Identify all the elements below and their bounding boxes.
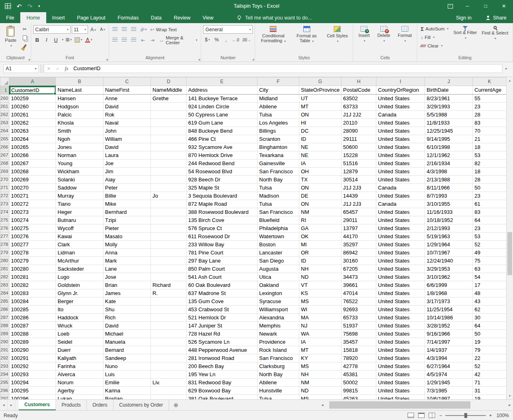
cell-F268[interactable]: Gainesville <box>258 159 299 167</box>
font-dialog-launcher[interactable]: ◢ <box>106 58 108 60</box>
cell-H282[interactable]: 34473 <box>341 273 376 281</box>
cell-C260[interactable]: Anne <box>103 94 151 102</box>
cell-F1[interactable]: City <box>258 86 299 95</box>
enter-button[interactable]: ✓ <box>53 64 62 73</box>
cell-I271[interactable]: Canada <box>376 183 425 192</box>
increase-indent-button[interactable]: ⇥ <box>148 36 157 44</box>
cell-C283[interactable]: Brian <box>103 281 151 289</box>
cell-D279[interactable] <box>151 248 187 256</box>
cell-H285[interactable]: 76522 <box>341 297 376 305</box>
cell-D275[interactable] <box>151 216 187 224</box>
cell-A278[interactable]: 100277 <box>9 240 56 248</box>
cell-C294[interactable]: Luis <box>103 370 151 378</box>
cell-G285[interactable]: MS <box>299 297 341 305</box>
cell-E294[interactable]: 195 Yew Ln <box>187 370 258 378</box>
cell-G260[interactable]: UT <box>299 94 341 102</box>
sheet-tab-products[interactable]: Products <box>56 400 87 410</box>
row-header-267[interactable]: 267 <box>0 151 9 159</box>
cell-E260[interactable]: 141 Buckeye Terrace <box>187 94 258 102</box>
row-header-290[interactable]: 290 <box>0 338 9 346</box>
cell-J260[interactable]: 8/23/1961 <box>425 94 473 102</box>
cell-H292[interactable]: 78920 <box>341 354 376 362</box>
cell-K262[interactable]: 28 <box>473 110 507 118</box>
cell-C268[interactable]: Joe <box>103 159 151 167</box>
cell-D264[interactable] <box>151 127 187 135</box>
cell-G284[interactable]: KS <box>299 289 341 297</box>
cell-D292[interactable] <box>151 354 187 362</box>
cell-E270[interactable]: 928 Beech Dr <box>187 175 258 183</box>
cell-C290[interactable]: Manuela <box>103 338 151 346</box>
row-header-284[interactable]: 284 <box>0 289 9 297</box>
cell-G270[interactable]: TX <box>299 175 341 183</box>
align-middle-button[interactable] <box>120 26 129 34</box>
cell-K265[interactable]: 21 <box>473 135 507 143</box>
cell-D269[interactable] <box>151 167 187 175</box>
cell-A276[interactable]: 100275 <box>9 224 56 232</box>
minimize-button[interactable]: ─ <box>458 0 477 12</box>
cell-I262[interactable]: Canada <box>376 110 425 118</box>
cell-G296[interactable]: ND <box>299 386 341 394</box>
cell-I288[interactable]: United States <box>376 321 425 330</box>
cell-B1[interactable]: NameLast <box>56 86 103 95</box>
cell-B278[interactable]: Clark <box>56 240 103 248</box>
cell-A265[interactable]: 100264 <box>9 135 56 143</box>
cell-B264[interactable]: Smith <box>56 127 103 135</box>
cell-C296[interactable]: Karina <box>103 386 151 394</box>
cell-C271[interactable]: Peter <box>103 183 151 192</box>
decrease-font-size-button[interactable]: A▾ <box>99 26 107 34</box>
cell-E280[interactable]: 297 Bay Lane <box>187 256 258 265</box>
cell-A1[interactable]: CustomerID <box>9 86 56 95</box>
cell-A269[interactable]: 100268 <box>9 167 56 175</box>
cell-J1[interactable]: BirthDate <box>425 86 473 95</box>
cell-A272[interactable]: 100271 <box>9 192 56 200</box>
cell-B293[interactable]: Farinha <box>56 362 103 370</box>
cell-J270[interactable]: 2/13/1988 <box>425 175 473 183</box>
cell-A288[interactable]: 100287 <box>9 321 56 330</box>
cell-C275[interactable]: Tzipi <box>103 216 151 224</box>
cell-A296[interactable]: 100295 <box>9 386 56 394</box>
cell-I289[interactable]: United States <box>376 330 425 338</box>
cell-G267[interactable]: NE <box>299 151 341 159</box>
align-center-button[interactable] <box>120 36 129 44</box>
underline-button[interactable]: U <box>52 36 60 44</box>
cell-E262[interactable]: 50 Cypress Lane <box>187 110 258 118</box>
cell-C292[interactable]: Sandeep <box>103 354 151 362</box>
delete-cells-button[interactable]: ✕ Delete ▾ <box>374 24 393 43</box>
cell-D282[interactable] <box>151 273 187 281</box>
cell-H296[interactable]: 99815 <box>341 386 376 394</box>
cell-G269[interactable]: OH <box>299 167 341 175</box>
row-header-276[interactable]: 276 <box>0 224 9 232</box>
cell-F276[interactable]: Philadelphia <box>258 224 299 232</box>
cell-C278[interactable]: Molly <box>103 240 151 248</box>
cell-C281[interactable]: Lane <box>103 265 151 273</box>
cell-F269[interactable]: San Francisco <box>258 167 299 175</box>
cell-B261[interactable]: Hodgson <box>56 102 103 110</box>
cell-B286[interactable]: Ito <box>56 305 103 313</box>
vertical-scroll-track[interactable] <box>507 84 513 392</box>
sheet-nav-right-button[interactable]: ► <box>8 400 15 410</box>
cell-J275[interactable]: 10/18/1952 <box>425 216 473 224</box>
format-cells-button[interactable]: Format ▾ <box>395 24 415 43</box>
cell-A283[interactable]: 100282 <box>9 281 56 289</box>
cell-C276[interactable]: Pieter <box>103 224 151 232</box>
cell-K261[interactable]: 23 <box>473 102 507 110</box>
cell-G264[interactable]: DC <box>299 127 341 135</box>
cell-J288[interactable]: 3/28/1952 <box>425 321 473 330</box>
cell-C287[interactable]: Rich <box>103 313 151 321</box>
cell-D293[interactable] <box>151 362 187 370</box>
redo-button[interactable]: ↷ <box>28 3 33 9</box>
cell-A294[interactable]: 100293 <box>9 370 56 378</box>
cell-E284[interactable]: 637 Madrone St <box>187 289 258 297</box>
cell-K297[interactable]: 19 <box>473 394 507 399</box>
cell-D295[interactable]: Liv. <box>151 378 187 386</box>
cell-I284[interactable]: United States <box>376 289 425 297</box>
column-header-G[interactable]: G <box>299 78 341 86</box>
cell-J266[interactable]: 6/10/1998 <box>425 143 473 151</box>
cell-D287[interactable] <box>151 313 187 321</box>
number-format-select[interactable]: General▾ <box>203 25 253 34</box>
percent-style-button[interactable]: % <box>212 36 221 44</box>
cell-F289[interactable]: Newark <box>258 330 299 338</box>
cell-B269[interactable]: Wickham <box>56 167 103 175</box>
row-header-294[interactable]: 294 <box>0 370 9 378</box>
cell-B276[interactable]: Wycoff <box>56 224 103 232</box>
